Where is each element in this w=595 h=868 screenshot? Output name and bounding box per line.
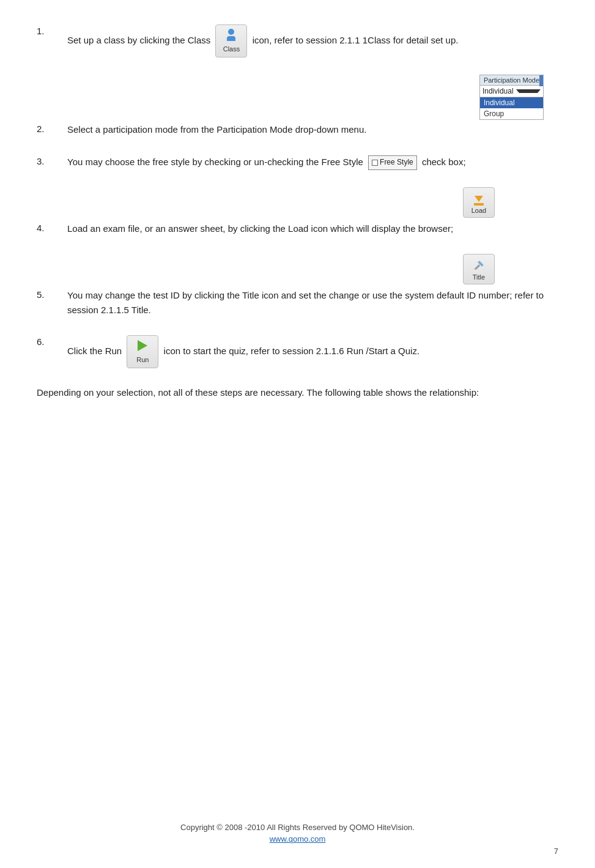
step-2-text-before: Select a participation mode from the Par…	[67, 124, 293, 135]
step-3-text-after: check box;	[422, 157, 466, 167]
free-style-label: Free Style	[380, 157, 413, 169]
pencil-icon	[473, 259, 485, 271]
pd-scrollbar	[539, 75, 543, 86]
run-icon-figure	[135, 338, 150, 353]
class-person-icon	[224, 28, 238, 42]
load-icon-figure	[471, 191, 486, 206]
step-5-text: You may change the test ID by clicking t…	[67, 288, 558, 319]
step-4: Load 4. Load an exam file, or an answer …	[37, 187, 558, 237]
step-6-number: 6.	[37, 335, 67, 347]
pd-arrow-icon	[516, 89, 541, 93]
title-icon-label: Title	[473, 273, 485, 281]
load-icon-button: Load	[463, 187, 495, 218]
pd-header: Participation Mode	[480, 75, 543, 86]
step-4-text-after: icon which will display the browser;	[311, 223, 454, 234]
class-icon-button: Class	[215, 24, 247, 57]
run-arrow-icon	[138, 340, 147, 351]
step-6-text: Click the Run Run icon to start the quiz…	[67, 335, 558, 368]
step-3: 3. You may choose the free style by chec…	[37, 155, 558, 170]
step-5-text-before: You may change the test ID by clicking t…	[67, 290, 259, 300]
page-content: 1. Set up a class by clicking the Class …	[0, 0, 595, 450]
free-style-checkbox: Free Style	[368, 155, 417, 170]
run-icon-button: Run	[127, 335, 158, 368]
title-icon-figure	[471, 258, 486, 272]
website-link[interactable]: www.qomo.com	[270, 834, 326, 844]
run-icon-label: Run	[136, 354, 149, 365]
class-icon-body	[227, 36, 235, 41]
svg-marker-1	[474, 269, 475, 270]
load-icon-label: Load	[471, 207, 486, 214]
step-1-number: 1.	[37, 24, 67, 36]
step-1-text-before: Set up a class by clicking the Class	[67, 35, 210, 45]
step-4-text-before: Load an exam file, or an answer sheet, b…	[67, 223, 308, 234]
step-3-text-before: You may choose the free style by checkin…	[67, 157, 363, 167]
step-6-text-after: icon to start the quiz, refer to session…	[164, 346, 420, 356]
checkbox-square-icon	[372, 160, 378, 166]
pd-option-group: Group	[480, 108, 543, 119]
pd-option-individual: Individual	[480, 97, 543, 108]
step-5: Title 5. You may change the test ID by c…	[37, 254, 558, 319]
pd-selected-value: Individual	[482, 87, 514, 95]
class-icon-head	[228, 29, 234, 35]
load-base-icon	[474, 203, 484, 206]
step-2-number: 2.	[37, 122, 67, 134]
load-arrow-icon	[475, 196, 483, 202]
step-4-text: Load an exam file, or an answer sheet, b…	[67, 221, 558, 237]
bottom-paragraph: Depending on your selection, not all of …	[37, 385, 558, 401]
step-2-text: Select a participation mode from the Par…	[67, 122, 558, 138]
step-4-number: 4.	[37, 221, 67, 233]
step-1-text-after: icon, refer to session 2.1.1 1Class for …	[253, 35, 459, 45]
page-number: 7	[554, 847, 558, 856]
step-1-text: Set up a class by clicking the Class Cla…	[67, 24, 558, 57]
pd-selected: Individual	[480, 86, 543, 97]
participation-dropdown-image: Participation Mode Individual Individual…	[479, 75, 544, 120]
step-2-text-after: drop-down menu.	[295, 124, 367, 135]
title-icon-button: Title	[463, 254, 495, 284]
step-5-number: 5.	[37, 288, 67, 300]
svg-rect-0	[475, 264, 480, 270]
copyright-text: Copyright © 2008 -2010 All Rights Reserv…	[0, 823, 595, 832]
step-6: 6. Click the Run Run icon to start the q…	[37, 335, 558, 368]
step-3-text: You may choose the free style by checkin…	[67, 155, 558, 170]
step-6-text-before: Click the Run	[67, 346, 122, 356]
step-3-number: 3.	[37, 155, 67, 166]
footer: Copyright © 2008 -2010 All Rights Reserv…	[0, 823, 595, 844]
step-2: Participation Mode Individual Individual…	[37, 75, 558, 138]
step-1: 1. Set up a class by clicking the Class …	[37, 24, 558, 57]
class-icon-label: Class	[223, 43, 240, 54]
